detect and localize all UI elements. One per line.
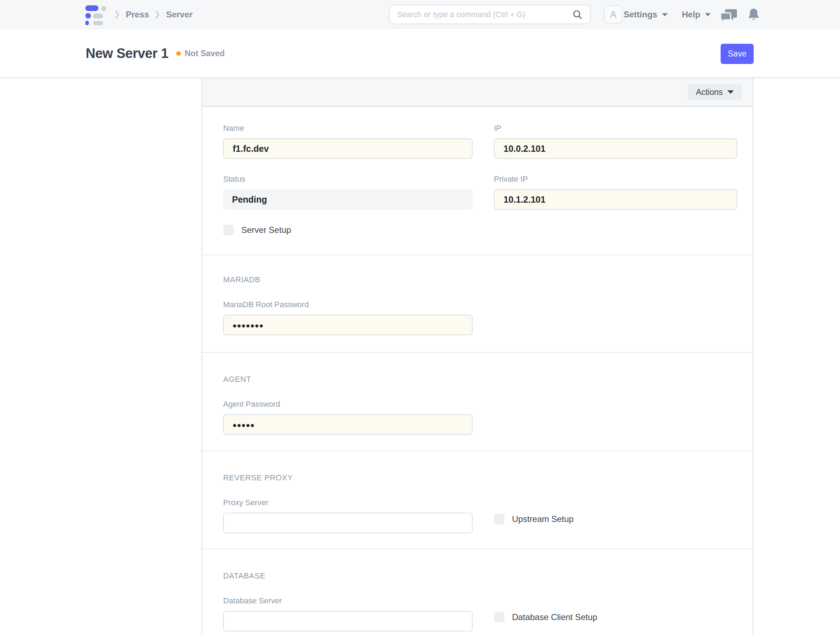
field-status: Status — [223, 174, 472, 210]
database-server-label: Database Server — [223, 596, 472, 605]
form-toolbar: Actions — [202, 78, 753, 107]
section-database: DATABASE Database Server Database Client… — [202, 549, 753, 635]
field-mariadb-root-password: MariaDB Root Password — [223, 300, 472, 335]
bell-icon[interactable] — [748, 8, 760, 24]
upstream-setup-checkbox[interactable] — [494, 514, 505, 524]
search-icon — [572, 9, 583, 20]
database-client-setup-label: Database Client Setup — [512, 612, 597, 622]
mariadb-root-password-input[interactable] — [223, 315, 472, 335]
not-saved-dot-icon — [176, 51, 181, 56]
help-label: Help — [682, 10, 700, 19]
breadcrumb-item-press[interactable]: Press — [126, 10, 149, 19]
agent-password-input[interactable] — [223, 414, 472, 435]
upstream-setup-label: Upstream Setup — [512, 514, 573, 524]
chevron-right-icon — [155, 10, 160, 19]
settings-menu[interactable]: Settings — [624, 0, 668, 29]
field-server-setup: Server Setup — [223, 225, 737, 235]
ip-label: IP — [494, 124, 737, 133]
page-head: New Server 1 Not Saved Save — [0, 29, 840, 78]
settings-label: Settings — [624, 10, 657, 19]
field-ip: IP — [494, 124, 737, 159]
section-details: Name IP Status Private IP Server — [202, 107, 753, 255]
reverse-proxy-section-heading: REVERSE PROXY — [223, 473, 737, 483]
save-status-indicator: Not Saved — [176, 49, 224, 58]
help-menu[interactable]: Help — [682, 0, 711, 29]
agent-password-label: Agent Password — [223, 400, 472, 409]
breadcrumb-item-server[interactable]: Server — [166, 10, 193, 19]
chevron-down-icon — [705, 13, 711, 16]
status-select[interactable] — [223, 189, 472, 210]
actions-label: Actions — [696, 87, 723, 97]
proxy-server-input[interactable] — [223, 513, 472, 533]
proxy-server-label: Proxy Server — [223, 498, 472, 507]
form-panel: Actions Name IP Status Pr — [202, 78, 753, 635]
chat-icon[interactable] — [720, 8, 738, 24]
database-client-setup-checkbox[interactable] — [494, 612, 505, 622]
page-title: New Server 1 — [86, 46, 169, 61]
private-ip-input[interactable] — [494, 189, 737, 210]
mariadb-root-password-label: MariaDB Root Password — [223, 300, 472, 309]
database-server-input[interactable] — [223, 611, 472, 632]
chevron-down-icon — [727, 90, 734, 94]
not-saved-text: Not Saved — [185, 49, 224, 58]
server-setup-label: Server Setup — [241, 225, 291, 235]
database-section-heading: DATABASE — [223, 572, 737, 581]
field-name: Name — [223, 124, 472, 159]
ip-input[interactable] — [494, 138, 737, 159]
server-setup-checkbox[interactable] — [223, 225, 234, 235]
page-content: Actions Name IP Status Pr — [0, 78, 840, 635]
private-ip-label: Private IP — [494, 174, 737, 184]
status-label: Status — [223, 174, 472, 184]
search-input[interactable] — [397, 10, 572, 19]
section-mariadb: MARIADB MariaDB Root Password — [202, 255, 753, 352]
field-upstream-setup: Upstream Setup — [494, 505, 737, 533]
section-reverse-proxy: REVERSE PROXY Proxy Server Upstream Setu… — [202, 450, 753, 549]
field-database-client-setup: Database Client Setup — [494, 603, 737, 632]
chevron-right-icon — [114, 10, 120, 19]
global-search — [389, 5, 591, 24]
save-button[interactable]: Save — [721, 44, 754, 64]
navbar: Press Server A Settings Help — [0, 0, 840, 29]
field-private-ip: Private IP — [494, 174, 737, 210]
section-agent: AGENT Agent Password — [202, 352, 753, 450]
avatar[interactable]: A — [604, 5, 622, 24]
mariadb-section-heading: MARIADB — [223, 275, 737, 284]
breadcrumb: Press Server — [114, 0, 193, 29]
app-logo-icon[interactable] — [85, 5, 107, 25]
name-label: Name — [223, 124, 472, 133]
chevron-down-icon — [662, 13, 668, 16]
name-input[interactable] — [223, 138, 472, 159]
agent-section-heading: AGENT — [223, 375, 737, 384]
field-database-server: Database Server — [223, 596, 472, 632]
actions-button[interactable]: Actions — [688, 84, 742, 100]
field-agent-password: Agent Password — [223, 400, 472, 435]
field-proxy-server: Proxy Server — [223, 498, 472, 533]
